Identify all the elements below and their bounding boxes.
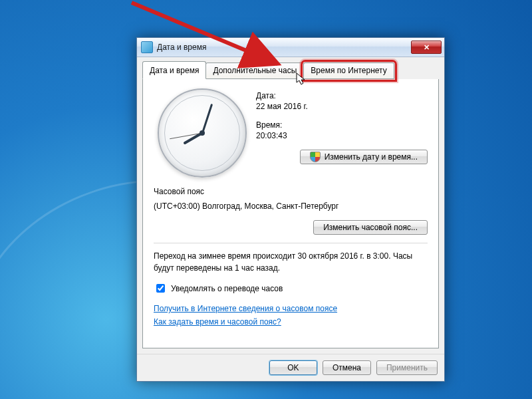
cancel-button[interactable]: Отмена (323, 360, 371, 375)
tab-content: Дата: 22 мая 2016 г. Время: 20:03:43 Изм… (142, 79, 439, 348)
tab-internet-time[interactable]: Время по Интернету (303, 63, 394, 79)
uac-shield-icon (310, 152, 321, 162)
dst-notify-label: Уведомлять о переводе часов (171, 284, 283, 293)
timezone-section-label: Часовой пояс (154, 187, 428, 196)
link-howto[interactable]: Как задать время и часовой пояс? (154, 317, 428, 327)
app-icon (141, 41, 153, 53)
ok-button[interactable]: OK (269, 360, 317, 375)
dst-notify-checkbox[interactable] (156, 284, 165, 293)
change-datetime-label: Изменить дату и время... (325, 152, 418, 162)
window-title: Дата и время (157, 43, 411, 52)
analog-clock (158, 88, 244, 175)
change-timezone-button[interactable]: Изменить часовой пояс... (313, 220, 428, 235)
tab-additional-clocks[interactable]: Дополнительные часы (205, 63, 304, 79)
change-timezone-label: Изменить часовой пояс... (323, 223, 418, 232)
time-label: Время: (256, 120, 428, 130)
dst-info-text: Переход на зимнее время происходит 30 ок… (154, 250, 428, 274)
divider (154, 243, 428, 243)
date-value: 22 мая 2016 г. (256, 102, 428, 111)
tab-strip: Дата и время Дополнительные часы Время п… (137, 57, 444, 79)
apply-button[interactable]: Применить (376, 360, 438, 375)
titlebar[interactable]: Дата и время ✕ (137, 38, 444, 57)
change-datetime-button[interactable]: Изменить дату и время... (300, 150, 428, 164)
dst-notify-row[interactable]: Уведомлять о переводе часов (154, 282, 428, 295)
time-value: 20:03:43 (256, 131, 428, 140)
clock-pin (200, 130, 205, 136)
dialog-footer: OK Отмена Применить (137, 354, 444, 381)
timezone-value: (UTC+03:00) Волгоград, Москва, Санкт-Пет… (154, 201, 428, 211)
close-button[interactable]: ✕ (411, 41, 442, 54)
date-label: Дата: (256, 91, 428, 100)
link-tz-info[interactable]: Получить в Интернете сведения о часовом … (154, 304, 428, 313)
minute-hand (201, 104, 213, 134)
date-time-dialog: Дата и время ✕ Дата и время Дополнительн… (136, 37, 445, 382)
tab-date-time[interactable]: Дата и время (142, 61, 206, 79)
